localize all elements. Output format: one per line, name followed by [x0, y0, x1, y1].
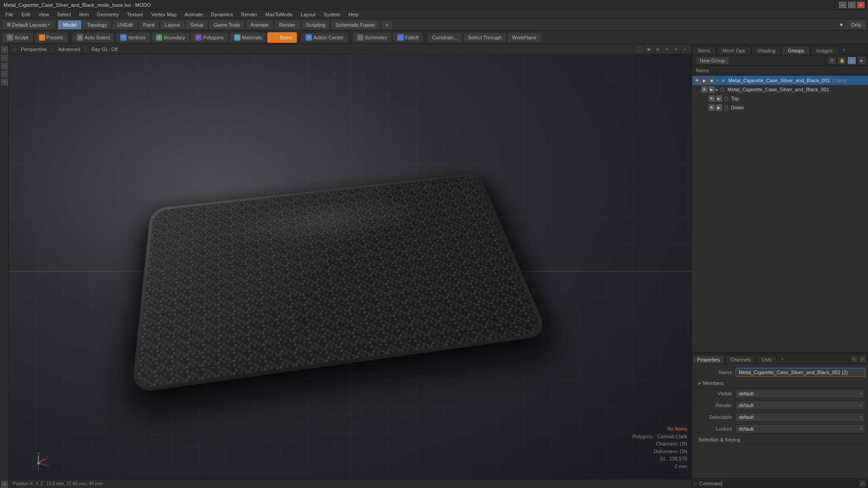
item-vis-icon-1[interactable]: 👁 [694, 77, 700, 84]
sub-btn-materials[interactable]: M Materials [229, 32, 267, 43]
toolbar-btn-paint[interactable]: Paint [138, 20, 160, 29]
sub-btn-presets[interactable]: P Presets [34, 32, 68, 43]
prop-tab-lists[interactable]: Lists [757, 355, 777, 364]
toolbar-btn-render[interactable]: Render [274, 20, 300, 29]
menu-geometry[interactable]: Geometry [93, 11, 122, 18]
scene-item-main-mesh[interactable]: 👁 ▶ ▶ ⬡ Metal_Cigarette_Case_Silver_and_… [692, 85, 868, 94]
group-expand-icon[interactable]: ▼ [716, 79, 719, 83]
vp-icon-render[interactable]: ◉ [645, 45, 653, 53]
rp-lock-btn[interactable]: 🔒 [837, 56, 846, 65]
maximize-button[interactable]: □ [848, 2, 855, 8]
vp-advanced[interactable]: Advanced [55, 46, 83, 53]
menu-render[interactable]: Render [237, 11, 261, 18]
item-render-icon-3[interactable]: ▶ [716, 95, 722, 102]
toolbar-btn-scripting[interactable]: Scripting [301, 20, 330, 29]
sub-btn-sculpt[interactable]: S Sculpt [2, 32, 33, 43]
menu-vertex-map[interactable]: Vertex Map [148, 11, 180, 18]
menu-select[interactable]: Select [53, 11, 75, 18]
scene-item-group[interactable]: 👁 ▶ ◉ ▼ ▣ Metal_Cigarette_Case_Silver_an… [692, 76, 868, 85]
menu-dynamics[interactable]: Dynamics [208, 11, 236, 18]
toolbar-btn-topology[interactable]: Topology [82, 20, 112, 29]
rp-render-btn[interactable]: ▶ [857, 56, 866, 65]
menu-edit[interactable]: Edit [18, 11, 34, 18]
item-render-icon-1[interactable]: ▶ [701, 77, 708, 84]
prop-tab-channels[interactable]: Channels [725, 355, 756, 364]
sub-btn-items[interactable]: I Items [267, 32, 297, 43]
item-render-icon-2[interactable]: ▶ [708, 86, 715, 93]
scene-item-down[interactable]: 👁 ▶ ⬡ Down [692, 103, 868, 112]
toolbar-btn-schematic-fusion[interactable]: Schematic Fusion [330, 20, 380, 29]
prop-tab-properties[interactable]: Properties [692, 355, 725, 364]
vp-icon-camera[interactable]: ⛶ [636, 45, 644, 53]
item-vis-icon-2[interactable]: 👁 [701, 86, 708, 93]
toolbar-btn-setup[interactable]: Setup [185, 20, 208, 29]
toolbar-btn-model[interactable]: Model [58, 20, 81, 29]
mesh-expand-icon[interactable]: ▶ [716, 88, 718, 92]
menu-maxtomodo[interactable]: MaxToModo [262, 11, 296, 18]
menu-texture[interactable]: Texture [123, 11, 147, 18]
sub-btn-symmetry[interactable]: ↔ Symmetry [352, 32, 392, 43]
sub-btn-polygons[interactable]: P Polygons [190, 32, 228, 43]
item-vis-icon-3[interactable]: 👁 [708, 95, 715, 102]
render-dropdown[interactable]: default ▾ [736, 401, 865, 410]
sub-btn-select-through[interactable]: Select Through [463, 32, 506, 43]
vp-icon-more[interactable]: ≡ [672, 45, 680, 53]
menu-layout[interactable]: Layout [297, 11, 319, 18]
layout-dropdown[interactable]: ⊞ Default Layouts ▾ [2, 20, 55, 29]
close-button[interactable]: ✕ [857, 2, 864, 8]
toolbar-btn-add[interactable]: + [381, 20, 393, 29]
3d-viewport[interactable]: No Items Polygons : Catmull-Clark Channe… [9, 54, 692, 488]
vp-ray-gl[interactable]: Ray GL: Off [89, 46, 120, 53]
new-group-button[interactable]: New Group [696, 56, 729, 65]
tab-add-icon[interactable]: + [839, 45, 850, 55]
sidebar-icon-2[interactable]: ↕ [1, 54, 8, 61]
visible-dropdown[interactable]: default ▾ [736, 389, 865, 398]
sub-btn-falloff[interactable]: ~ Falloff [392, 32, 424, 43]
vp-icon-grid[interactable]: ⊞ [654, 45, 662, 53]
vp-perspective[interactable]: Perspective [18, 46, 49, 53]
toolbar-btn-game-tools[interactable]: Game Tools [209, 20, 245, 29]
menu-help[interactable]: Help [345, 11, 363, 18]
toolbar-btn-layout[interactable]: Layout [160, 20, 185, 29]
name-prop-field[interactable]: Metal_Cigarette_Case_Silver_and_Black_00… [736, 368, 865, 377]
menu-item[interactable]: Item [75, 11, 92, 18]
rp-vis-btn[interactable]: 👁 [827, 56, 836, 65]
locked-dropdown[interactable]: default ▾ [736, 424, 865, 433]
selectable-dropdown[interactable]: default ▾ [736, 413, 865, 422]
tab-images[interactable]: Images [811, 46, 839, 55]
vp-icon-light[interactable]: ☀ [663, 45, 671, 53]
menu-system[interactable]: System [320, 11, 344, 18]
rp-solo-btn[interactable]: ◉ [847, 56, 856, 65]
sub-btn-constrain[interactable]: Constrain... [427, 32, 462, 43]
sub-btn-workplane[interactable]: WorkPlane [507, 32, 542, 43]
sub-btn-action-center[interactable]: ⊕ Action Center [301, 32, 349, 43]
tab-shading[interactable]: Shading [751, 46, 781, 55]
item-solo-icon-1[interactable]: ◉ [708, 77, 715, 84]
prop-tab-add-icon[interactable]: + [777, 354, 788, 364]
tab-mesh-ops[interactable]: Mesh Ops [717, 46, 751, 55]
item-vis-icon-4[interactable]: 👁 [708, 104, 715, 111]
command-expand-icon[interactable]: ⤢ [859, 480, 866, 487]
members-section[interactable]: Members [695, 379, 865, 388]
sidebar-icon-1[interactable]: ⊕ [1, 46, 8, 53]
item-render-icon-4[interactable]: ▶ [716, 104, 722, 111]
tab-groups[interactable]: Groups [782, 46, 810, 55]
sidebar-icon-5[interactable]: ✦ [1, 79, 8, 86]
sub-btn-boundary[interactable]: B Boundary [151, 32, 190, 43]
sub-btn-auto-select[interactable]: A Auto Select [72, 32, 115, 43]
menu-file[interactable]: File [2, 11, 17, 18]
sub-btn-vertices[interactable]: V Vertices [115, 32, 151, 43]
minimize-button[interactable]: — [839, 2, 846, 8]
sidebar-icon-4[interactable]: ∿ [1, 70, 8, 78]
menu-animate[interactable]: Animate [181, 11, 206, 18]
prop-expand-right-icon[interactable]: ⤢ [859, 356, 866, 363]
menu-view[interactable]: View [35, 11, 53, 18]
scene-item-top[interactable]: 👁 ▶ ⬡ Top [692, 94, 868, 103]
selection-keying-section[interactable]: Selection & Keying [695, 435, 865, 445]
command-input[interactable]: Command [699, 481, 859, 486]
vp-icon-expand[interactable]: ⤢ [681, 45, 689, 53]
sidebar-icon-3[interactable]: ◻ [1, 62, 8, 70]
toolbar-btn-uvedit[interactable]: UVEdit [112, 20, 137, 29]
toolbar-btn-animate[interactable]: Animate [245, 20, 274, 29]
sidebar-icon-bottom[interactable]: ☰ [1, 481, 8, 488]
